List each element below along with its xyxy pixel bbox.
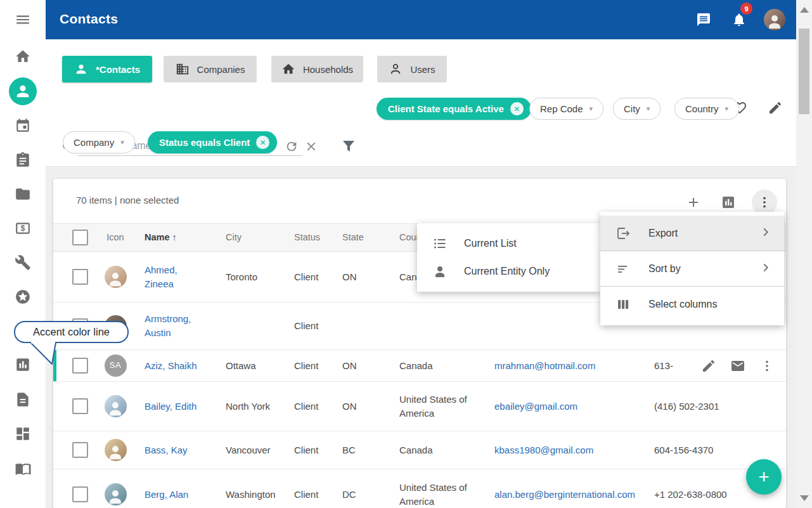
cell-city: Ottawa bbox=[223, 359, 292, 373]
row-checkbox[interactable] bbox=[72, 442, 88, 458]
refresh-icon[interactable] bbox=[285, 140, 299, 153]
chevron-right-icon bbox=[759, 261, 773, 277]
filter-chip-rep-code[interactable]: Rep Code ▾ bbox=[529, 98, 603, 120]
menu-item-label: Sort by bbox=[648, 263, 741, 275]
filter-chip-country-label: Country bbox=[685, 103, 719, 114]
menu-item-label: Current Entity Only bbox=[464, 266, 589, 277]
add-item-icon[interactable] bbox=[681, 190, 706, 215]
contact-email-link[interactable]: kbass1980@gmail.com bbox=[494, 445, 593, 455]
chevron-right-icon bbox=[759, 225, 773, 242]
edit-contact-pencil-icon[interactable] bbox=[701, 358, 716, 374]
tools-wrench-icon[interactable] bbox=[15, 254, 31, 271]
tab-contacts[interactable]: *Contacts bbox=[62, 56, 152, 82]
tasks-clipboard-icon[interactable] bbox=[15, 152, 31, 168]
contact-name-link[interactable]: Ahmed, Zineea bbox=[145, 264, 177, 289]
menu-item-export[interactable]: Export bbox=[600, 216, 784, 251]
row-checkbox[interactable] bbox=[72, 269, 88, 285]
contact-photo-avatar bbox=[105, 395, 127, 417]
remove-filter-icon[interactable]: ✕ bbox=[256, 136, 269, 149]
folder-icon[interactable] bbox=[15, 186, 31, 202]
cell-status: Client bbox=[292, 270, 340, 284]
cell-country: United States of America bbox=[389, 393, 484, 420]
contacts-nav-icon[interactable] bbox=[9, 77, 37, 105]
page-title: Contacts bbox=[60, 11, 118, 27]
tab-households[interactable]: Households bbox=[271, 56, 363, 82]
scroll-down-arrow-icon[interactable] bbox=[800, 495, 809, 501]
tab-companies-label: Companies bbox=[197, 64, 245, 75]
row-actions bbox=[692, 350, 775, 381]
filter-chip-company-label: Company bbox=[74, 137, 114, 148]
filter-chip-country[interactable]: Country ▾ bbox=[674, 98, 739, 120]
table-row[interactable]: Berg, Alan Washington Client DC United S… bbox=[53, 469, 786, 508]
user-avatar[interactable] bbox=[764, 9, 785, 30]
menu-item-current-entity-only[interactable]: Current Entity Only bbox=[417, 257, 600, 285]
select-all-checkbox[interactable] bbox=[72, 230, 88, 245]
menu-item-sort-by[interactable]: Sort by bbox=[600, 251, 784, 286]
cell-phone: +1 202-638-0800 bbox=[640, 488, 742, 502]
table-row[interactable]: Bailey, Edith North York Client ON Unite… bbox=[53, 382, 786, 431]
column-header-city[interactable]: City bbox=[223, 231, 292, 244]
calendar-icon[interactable] bbox=[15, 117, 31, 134]
column-header-state[interactable]: State bbox=[340, 231, 389, 244]
cell-phone: (416) 502-2301 bbox=[640, 400, 742, 414]
chevron-down-icon: ▾ bbox=[120, 138, 124, 147]
cell-state: ON bbox=[340, 270, 389, 284]
chart-view-icon[interactable] bbox=[716, 190, 741, 215]
row-checkbox[interactable] bbox=[72, 398, 88, 414]
column-header-name[interactable]: Name ↑ bbox=[142, 231, 223, 244]
menu-icon[interactable] bbox=[15, 11, 31, 28]
row-checkbox[interactable] bbox=[72, 358, 88, 374]
contact-name-link[interactable]: Bass, Kay bbox=[145, 445, 188, 455]
top-app-bar: Contacts 9 bbox=[46, 0, 796, 39]
cell-status: Client bbox=[292, 488, 340, 502]
column-header-status[interactable]: Status bbox=[292, 231, 340, 244]
add-contact-fab[interactable]: + bbox=[746, 459, 782, 495]
contact-email-link[interactable]: ebailey@gmail.com bbox=[494, 401, 577, 412]
table-row[interactable]: Bass, Kay Vancouver Client BC Canada kba… bbox=[53, 431, 786, 469]
chat-icon[interactable] bbox=[696, 12, 711, 27]
contact-name-link[interactable]: Aziz, Shaikh bbox=[145, 360, 197, 371]
contact-name-link[interactable]: Armstrong, Austin bbox=[145, 313, 191, 338]
filter-chip-client-state-label: Client State equals Active bbox=[388, 103, 504, 114]
contact-email-link[interactable]: mrahman@hotmail.com bbox=[494, 360, 595, 371]
home-icon[interactable] bbox=[15, 48, 31, 65]
filter-chip-status[interactable]: Status equals Client ✕ bbox=[148, 131, 277, 153]
cell-city: North York bbox=[223, 400, 292, 414]
chevron-down-icon: ▾ bbox=[647, 105, 650, 113]
filters-section: *Contacts Companies Households Users C bbox=[46, 39, 796, 167]
remove-filter-icon[interactable]: ✕ bbox=[510, 102, 524, 115]
documents-file-icon[interactable] bbox=[15, 391, 31, 408]
tab-users[interactable]: Users bbox=[377, 56, 447, 82]
callout-bubble: Accent color line bbox=[14, 321, 129, 343]
contact-name-link[interactable]: Bailey, Edith bbox=[145, 401, 197, 412]
billing-dollar-icon[interactable]: $ bbox=[15, 220, 31, 237]
scroll-up-arrow-icon[interactable] bbox=[800, 7, 809, 13]
filter-funnel-icon[interactable] bbox=[341, 138, 356, 153]
cell-state: BC bbox=[340, 443, 389, 457]
menu-item-select-columns[interactable]: Select columns bbox=[600, 287, 784, 322]
send-email-envelope-icon[interactable] bbox=[730, 358, 745, 374]
filter-chip-city[interactable]: City ▾ bbox=[613, 98, 661, 120]
notification-count-badge: 9 bbox=[740, 3, 752, 15]
menu-item-current-list[interactable]: Current List bbox=[417, 230, 600, 257]
scrollbar-thumb[interactable] bbox=[799, 29, 809, 114]
contact-name-link[interactable]: Berg, Alan bbox=[145, 489, 188, 500]
dashboard-icon[interactable] bbox=[15, 426, 31, 442]
cell-city: Toronto bbox=[223, 270, 292, 284]
edit-view-pencil-icon[interactable] bbox=[768, 100, 783, 115]
contact-email-link[interactable]: alan.berg@berginternational.com bbox=[494, 489, 635, 500]
column-header-icon[interactable]: Icon bbox=[89, 231, 142, 244]
row-more-options-icon[interactable] bbox=[759, 358, 775, 374]
filter-chip-company[interactable]: Company ▾ bbox=[63, 131, 135, 153]
filter-chip-client-state[interactable]: Client State equals Active ✕ bbox=[377, 98, 531, 120]
clear-search-icon[interactable] bbox=[304, 140, 318, 153]
cell-country: Canada bbox=[389, 359, 484, 373]
knowledge-book-icon[interactable] bbox=[15, 460, 31, 477]
more-options-icon[interactable] bbox=[752, 190, 777, 215]
vertical-scrollbar[interactable] bbox=[796, 0, 812, 508]
favorites-star-icon[interactable] bbox=[15, 289, 31, 305]
menu-item-label: Export bbox=[648, 228, 741, 239]
tab-companies[interactable]: Companies bbox=[164, 56, 257, 82]
row-checkbox[interactable] bbox=[72, 486, 88, 502]
table-row-highlighted[interactable]: SA Aziz, Shaikh Ottawa Client ON Canada … bbox=[53, 350, 786, 382]
